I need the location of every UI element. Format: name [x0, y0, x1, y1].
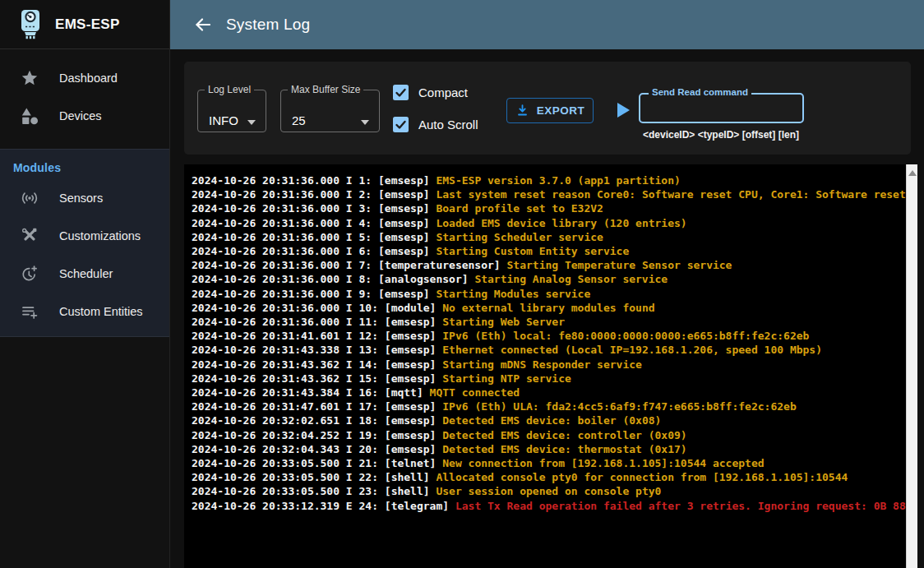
- checkbox-checked-icon[interactable]: [393, 117, 409, 132]
- sidebar-item-dashboard[interactable]: Dashboard: [0, 59, 169, 97]
- log-line-prefix: 2024-10-26 20:31:36.000 I 8: [analogsens…: [192, 273, 474, 285]
- log-line-message: No external library modules found: [442, 302, 654, 314]
- log-line-prefix: 2024-10-26 20:33:05.500 I 23: [shell]: [192, 485, 436, 497]
- log-line: 2024-10-26 20:31:36.000 I 5: [emsesp] St…: [192, 230, 906, 244]
- log-line-prefix: 2024-10-26 20:31:36.000 I 10: [module]: [192, 302, 442, 314]
- log-line: 2024-10-26 20:33:05.500 I 22: [shell] Al…: [192, 470, 906, 484]
- log-line: 2024-10-26 20:31:36.000 I 10: [module] N…: [192, 301, 906, 315]
- sidebar-item-label: Sensors: [59, 192, 103, 205]
- log-line: 2024-10-26 20:31:36.000 I 4: [emsesp] Lo…: [192, 216, 906, 230]
- log-line-prefix: 2024-10-26 20:31:36.000 I 1: [emsesp]: [192, 174, 436, 187]
- send-read-helper-text: <deviceID> <typeID> [offset] [len]: [557, 129, 885, 141]
- main-content: Log Level INFO Max Buffer Size 25 Compac…: [170, 49, 924, 568]
- log-line-prefix: 2024-10-26 20:31:43.384 I 16: [mqtt]: [192, 386, 430, 399]
- log-line: 2024-10-26 20:31:43.338 I 13: [emsesp] E…: [192, 343, 906, 357]
- scroll-up-icon[interactable]: [908, 170, 917, 176]
- send-read-label: Send Read command: [649, 87, 751, 98]
- log-line-message: Allocated console pty0 for connection fr…: [436, 471, 848, 483]
- arrow-left-icon: [193, 15, 213, 35]
- list-plus-icon: [0, 302, 59, 321]
- log-line-prefix: 2024-10-26 20:31:36.000 I 11: [emsesp]: [192, 316, 442, 328]
- sidebar-item-custom-entities[interactable]: Custom Entities: [0, 293, 169, 330]
- log-line-prefix: 2024-10-26 20:32:04.252 I 19: [emsesp]: [192, 429, 442, 441]
- log-line: 2024-10-26 20:32:02.651 I 18: [emsesp] D…: [192, 413, 906, 427]
- page-title: System Log: [226, 16, 310, 34]
- checkbox-checked-icon[interactable]: [393, 85, 409, 100]
- log-scrollbar[interactable]: [906, 164, 917, 568]
- log-line: 2024-10-26 20:31:47.601 I 17: [emsesp] I…: [192, 399, 906, 413]
- log-line: 2024-10-26 20:31:36.000 I 9: [emsesp] St…: [192, 287, 906, 301]
- log-line-message: Starting Temperature Sensor service: [507, 259, 732, 271]
- log-line-prefix: 2024-10-26 20:31:36.000 I 3: [emsesp]: [192, 202, 436, 215]
- log-line-prefix: 2024-10-26 20:33:12.319 E 24: [telegram]: [192, 500, 455, 512]
- log-line-message: Starting mDNS Responder service: [442, 358, 642, 371]
- download-icon: [515, 104, 529, 118]
- log-line-message: Starting NTP service: [442, 372, 571, 385]
- log-line-message: Detected EMS device: controller (0x09): [442, 429, 686, 441]
- log-line: 2024-10-26 20:31:36.000 I 11: [emsesp] S…: [192, 315, 906, 329]
- clock-plus-icon: [0, 265, 59, 283]
- log-line-prefix: 2024-10-26 20:31:36.000 I 9: [emsesp]: [192, 288, 436, 300]
- log-line: 2024-10-26 20:33:05.500 I 23: [shell] Us…: [192, 484, 906, 498]
- log-line-message: Board profile set to E32V2: [436, 202, 603, 215]
- app-window: EMS-ESP Dashboard De: [0, 0, 924, 568]
- export-button-label: EXPORT: [537, 104, 585, 117]
- log-line: 2024-10-26 20:31:36.000 I 8: [analogsens…: [192, 272, 906, 286]
- max-buffer-select[interactable]: Max Buffer Size 25: [280, 84, 380, 132]
- log-level-select[interactable]: Log Level INFO: [197, 84, 266, 132]
- sidebar-item-label: Dashboard: [59, 72, 118, 85]
- sidebar-item-label: Customizations: [59, 229, 141, 242]
- chevron-down-icon: [247, 120, 256, 125]
- log-controls-card: Log Level INFO Max Buffer Size 25 Compac…: [184, 62, 911, 155]
- log-line-message: Starting Web Server: [442, 316, 565, 328]
- log-line-message: User session opened on console pty0: [436, 485, 661, 497]
- log-line: 2024-10-26 20:31:43.362 I 15: [emsesp] S…: [192, 372, 906, 386]
- log-line: 2024-10-26 20:31:43.362 I 14: [emsesp] S…: [192, 358, 906, 372]
- log-line: 2024-10-26 20:31:36.000 I 3: [emsesp] Bo…: [192, 201, 906, 215]
- log-line: 2024-10-26 20:31:36.000 I 1: [emsesp] EM…: [192, 173, 906, 187]
- log-line: 2024-10-26 20:31:36.000 I 7: [temperatur…: [192, 258, 906, 272]
- sidebar-modules-section: Modules Sensors: [0, 149, 169, 337]
- sidebar-nav: Dashboard Devices: [0, 49, 169, 135]
- compact-checkbox-row[interactable]: Compact: [393, 85, 468, 100]
- log-line-prefix: 2024-10-26 20:31:41.601 I 12: [emsesp]: [192, 330, 442, 342]
- sidebar-item-devices[interactable]: Devices: [0, 97, 169, 135]
- log-line-message: New connection from [192.168.1.105]:1054…: [442, 457, 764, 469]
- log-line-message: Last Tx Read operation failed after 3 re…: [455, 500, 906, 512]
- log-line-message: IPv6 (Eth) local: fe80:0000:0000:0000:e6…: [442, 330, 809, 342]
- log-line-message: Ethernet connected (Local IP=192.168.1.2…: [442, 344, 822, 356]
- category-icon: [0, 107, 59, 125]
- log-line-message: EMS-ESP version 3.7.0 (app1 partition): [436, 174, 680, 187]
- log-lines: 2024-10-26 20:31:36.000 I 1: [emsesp] EM…: [192, 173, 906, 513]
- modules-section-header: Modules: [0, 155, 169, 179]
- tools-icon: [0, 227, 59, 245]
- log-line-prefix: 2024-10-26 20:33:05.500 I 22: [shell]: [192, 471, 436, 483]
- log-level-label: Log Level: [205, 84, 254, 95]
- log-line: 2024-10-26 20:31:36.000 I 6: [emsesp] St…: [192, 244, 906, 258]
- log-line-message: Detected EMS device: boiler (0x08): [442, 414, 661, 427]
- back-button[interactable]: [188, 10, 218, 39]
- log-line: 2024-10-26 20:32:04.252 I 19: [emsesp] D…: [192, 428, 906, 442]
- sidebar-item-scheduler[interactable]: Scheduler: [0, 255, 169, 293]
- app-logo-row: EMS-ESP: [0, 0, 169, 49]
- log-level-value: INFO: [209, 113, 238, 127]
- send-play-icon[interactable]: [617, 103, 630, 118]
- log-line-prefix: 2024-10-26 20:32:02.651 I 18: [emsesp]: [192, 414, 442, 427]
- export-button[interactable]: EXPORT: [506, 98, 594, 123]
- boiler-logo-icon: [17, 9, 44, 39]
- log-line-prefix: 2024-10-26 20:31:43.362 I 14: [emsesp]: [192, 358, 442, 371]
- log-line-prefix: 2024-10-26 20:32:04.343 I 20: [emsesp]: [192, 443, 442, 455]
- log-line-prefix: 2024-10-26 20:33:05.500 I 21: [telnet]: [192, 457, 442, 469]
- sidebar-item-sensors[interactable]: Sensors: [0, 179, 169, 217]
- log-line-message: Detected EMS device: thermostat (0x17): [442, 443, 686, 455]
- log-line-prefix: 2024-10-26 20:31:36.000 I 5: [emsesp]: [192, 231, 436, 243]
- log-line: 2024-10-26 20:32:04.343 I 20: [emsesp] D…: [192, 442, 906, 456]
- log-line-message: Last system reset reason Core0: Software…: [436, 188, 906, 201]
- system-log-console[interactable]: 2024-10-26 20:31:36.000 I 1: [emsesp] EM…: [184, 164, 917, 568]
- log-line-prefix: 2024-10-26 20:31:36.000 I 2: [emsesp]: [192, 188, 436, 201]
- auto-scroll-checkbox-row[interactable]: Auto Scroll: [393, 117, 478, 132]
- sidebar-item-customizations[interactable]: Customizations: [0, 217, 169, 255]
- log-line: 2024-10-26 20:33:12.319 E 24: [telegram]…: [192, 499, 906, 513]
- log-line-message: Starting Custom Entity service: [436, 245, 629, 257]
- chevron-down-icon: [361, 120, 369, 125]
